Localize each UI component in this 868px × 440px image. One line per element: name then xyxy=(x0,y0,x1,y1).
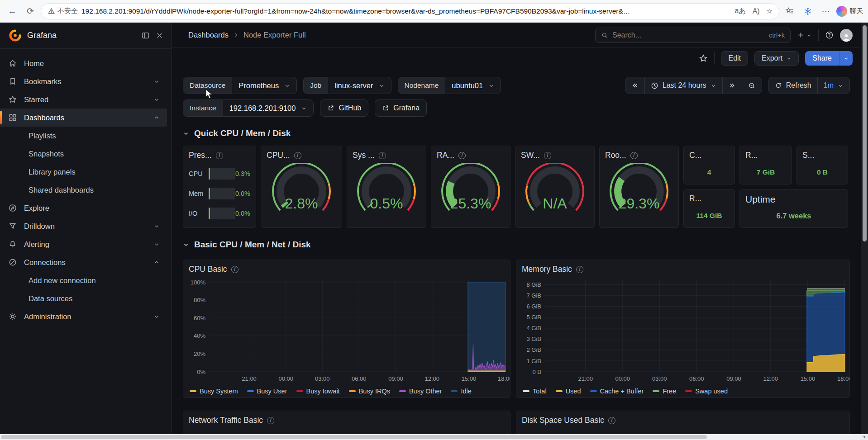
panel-cpu-basic-title[interactable]: CPU Basici xyxy=(183,260,510,277)
legend-item[interactable]: Free xyxy=(653,388,676,395)
sidebar-item-drilldown[interactable]: Drilldown xyxy=(0,217,167,235)
legend-item[interactable]: Busy Other xyxy=(399,388,442,395)
browser-back-button[interactable]: ← xyxy=(5,4,20,19)
info-icon[interactable]: i xyxy=(231,266,238,273)
legend-item[interactable]: Swap used xyxy=(685,388,728,395)
legend-item[interactable]: Busy IRQs xyxy=(349,388,390,395)
sidebar-item-library-panels[interactable]: Library panels xyxy=(0,163,167,181)
panel-memory-basic: Memory Basici0 B1 GiB2 GiB3 GiB4 GiB5 Gi… xyxy=(516,260,850,398)
panel-gauge-4-title[interactable]: Roo...i xyxy=(600,146,678,163)
sidebar-item-shared-dashboards[interactable]: Shared dashboards xyxy=(0,181,167,199)
share-button[interactable]: Share xyxy=(805,51,839,66)
time-shift-back-button[interactable] xyxy=(625,77,644,94)
info-icon[interactable]: i xyxy=(216,152,223,159)
legend-item[interactable]: Busy Iowait xyxy=(296,388,340,395)
search-input[interactable]: Search... ctrl+k xyxy=(595,28,791,43)
sidebar-item-dashboards[interactable]: Dashboards xyxy=(0,109,167,127)
legend-item[interactable]: Idle xyxy=(451,388,471,395)
close-sidebar-icon[interactable] xyxy=(156,32,163,39)
info-icon[interactable]: i xyxy=(544,152,551,159)
info-icon[interactable]: i xyxy=(379,152,386,159)
favorite-star-icon[interactable]: ☆ xyxy=(766,7,773,15)
sidebar-item-alerting[interactable]: Alerting xyxy=(0,235,167,253)
plug-icon xyxy=(7,258,18,267)
gear-icon xyxy=(8,312,17,321)
user-avatar[interactable] xyxy=(840,29,853,42)
security-warning-icon xyxy=(48,7,55,15)
time-range-button[interactable]: Last 24 hours xyxy=(644,77,722,94)
panel-gauge-3-title[interactable]: SW...i xyxy=(515,146,594,163)
read-aloud-icon[interactable]: A) xyxy=(753,7,760,15)
favorite-dashboard-star-icon[interactable] xyxy=(699,54,708,63)
info-icon[interactable]: i xyxy=(294,152,301,159)
extension-snowflake-icon[interactable] xyxy=(800,4,816,19)
sidebar-item-home[interactable]: Home xyxy=(0,54,167,72)
horizontal-scrollbar-thumb[interactable] xyxy=(1,435,707,439)
chart-body: 0 B1 GiB2 GiB3 GiB4 GiB5 GiB6 GiB7 GiB8 … xyxy=(516,277,849,384)
sidebar-item-bookmarks[interactable]: Bookmarks xyxy=(0,72,167,90)
legend-item[interactable]: Cache + Buffer xyxy=(590,388,644,395)
info-icon[interactable]: i xyxy=(458,152,466,159)
vertical-scrollbar[interactable] xyxy=(861,23,868,434)
panel-pressure-title[interactable]: Pres...i xyxy=(183,146,256,163)
copilot-button[interactable]: 聊天 xyxy=(836,6,863,17)
translate-icon[interactable]: aあ xyxy=(734,6,746,16)
panel-stat-title[interactable]: R... xyxy=(684,189,734,206)
browser-menu-icon[interactable]: ⋯ xyxy=(818,4,834,19)
var-pill-nodename[interactable]: Nodename ubuntu01 xyxy=(398,77,501,94)
panel-gauge-0-title[interactable]: CPU...i xyxy=(261,146,342,163)
info-icon[interactable]: i xyxy=(630,152,638,159)
horizontal-scrollbar[interactable] xyxy=(0,434,861,440)
sidebar-item-playlists[interactable]: Playlists xyxy=(0,127,167,145)
section-header-quick[interactable]: Quick CPU / Mem / Disk xyxy=(172,117,861,143)
panel-bottom-1-title[interactable]: Disk Space Used Basici xyxy=(516,411,849,428)
var-pill-datasource[interactable]: Datasource Prometheus xyxy=(183,77,297,94)
chevron-down-icon xyxy=(284,83,290,89)
github-link-button[interactable]: GitHub xyxy=(320,99,368,117)
sidebar-item-connections[interactable]: Connections xyxy=(0,253,167,271)
var-pill-instance[interactable]: Instance 192.168.2.201:9100 xyxy=(183,99,314,117)
legend-swatch xyxy=(590,390,597,392)
new-button[interactable] xyxy=(797,31,812,39)
legend-item[interactable]: Busy User xyxy=(247,388,287,395)
vertical-scrollbar-thumb[interactable] xyxy=(863,25,867,241)
panel-gauge-2-title[interactable]: RA...i xyxy=(431,146,510,163)
refresh-button[interactable]: Refresh xyxy=(769,77,817,94)
sidebar-item-explore[interactable]: Explore xyxy=(0,199,167,217)
share-dropdown-button[interactable] xyxy=(839,51,853,66)
panel-gauge-4: Roo...i29.3% xyxy=(599,146,679,228)
zoom-out-button[interactable] xyxy=(742,77,762,94)
address-bar[interactable]: 不安全 192.168.2.201:9091/d/rYdddlPWk/node-… xyxy=(41,3,779,19)
panel-bottom-0-title[interactable]: Network Traffic Basici xyxy=(183,411,510,428)
panel-stat-title[interactable]: C... xyxy=(684,146,734,163)
breadcrumb-item-dashboards[interactable]: Dashboards xyxy=(188,31,229,39)
legend-item[interactable]: Used xyxy=(556,388,581,395)
var-pill-job[interactable]: Job linux-server xyxy=(303,77,391,94)
panel-stat-title[interactable]: S... xyxy=(797,146,848,163)
section-header-basic[interactable]: Basic CPU / Mem / Net / Disk xyxy=(172,228,861,254)
sidebar-item-data-sources[interactable]: Data sources xyxy=(0,289,167,308)
export-button[interactable]: Export xyxy=(754,51,799,66)
panel-stat-title[interactable]: Uptime xyxy=(740,189,848,208)
dock-sidebar-icon[interactable] xyxy=(141,31,150,40)
info-icon[interactable]: i xyxy=(608,417,615,424)
legend-swatch xyxy=(247,390,254,392)
time-shift-forward-button[interactable] xyxy=(722,77,742,94)
sidebar-item-administration[interactable]: Administration xyxy=(0,308,167,326)
sidebar-item-starred[interactable]: Starred xyxy=(0,90,167,109)
help-button[interactable] xyxy=(825,31,834,39)
browser-refresh-button[interactable]: ⟳ xyxy=(23,4,38,19)
info-icon[interactable]: i xyxy=(267,417,274,424)
info-icon[interactable]: i xyxy=(576,266,583,273)
legend-item[interactable]: Total xyxy=(523,388,547,395)
grafana-link-button[interactable]: Grafana xyxy=(375,99,427,117)
panel-gauge-1-title[interactable]: Sys ...i xyxy=(347,146,426,163)
panel-memory-basic-title[interactable]: Memory Basici xyxy=(516,260,849,277)
sidebar-item-snapshots[interactable]: Snapshots xyxy=(0,145,167,163)
refresh-interval-button[interactable]: 1m xyxy=(817,77,849,94)
favorites-bar-icon[interactable] xyxy=(782,4,797,19)
sidebar-item-add-new-connection[interactable]: Add new connection xyxy=(0,271,167,289)
legend-item[interactable]: Busy System xyxy=(190,388,238,395)
edit-button[interactable]: Edit xyxy=(721,51,748,66)
panel-stat-title[interactable]: R... xyxy=(740,146,792,163)
